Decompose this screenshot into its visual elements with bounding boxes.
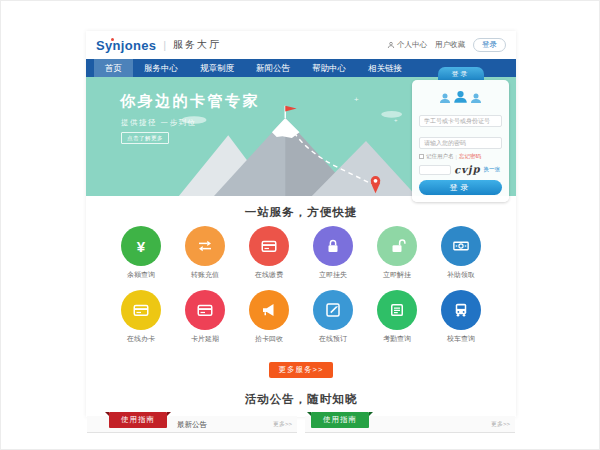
- person-icon: [387, 41, 395, 49]
- user-favorites-link[interactable]: 用户收藏: [435, 40, 465, 50]
- service-report-loss[interactable]: 立即挂失: [301, 226, 365, 280]
- service-subsidy-collection[interactable]: 补助领取: [429, 226, 493, 280]
- tab-usage-guide-right[interactable]: 使用指南: [311, 412, 369, 428]
- right-announcement-panel: 使用指南 更多>>: [305, 416, 515, 433]
- header: Synjones | 服务大厅 个人中心 用户收藏 登录: [86, 31, 516, 59]
- yen-icon: ¥: [137, 238, 145, 255]
- list-icon: [388, 301, 406, 319]
- personal-center-label: 个人中心: [397, 40, 427, 50]
- card-icon: [132, 301, 150, 319]
- nav-item-rules[interactable]: 规章制度: [189, 59, 245, 77]
- personal-center-link[interactable]: 个人中心: [387, 40, 427, 50]
- tab-latest-announcements[interactable]: 最新公告: [177, 416, 207, 433]
- megaphone-icon: [260, 301, 278, 319]
- right-more-link[interactable]: 更多>>: [491, 416, 510, 433]
- unlock-icon: [388, 237, 406, 255]
- service-online-card-application[interactable]: 在线办卡: [109, 290, 173, 344]
- screenshot-frame: Synjones | 服务大厅 个人中心 用户收藏 登录 首页 服务中心 规章制…: [0, 0, 600, 450]
- captcha-input[interactable]: [419, 165, 451, 175]
- login-panel: 登录 记住用户名 | 忘记密码 cvjp 换一张: [412, 67, 509, 202]
- service-transfer-recharge[interactable]: 转账充值: [173, 226, 237, 280]
- users-icon: [419, 87, 502, 104]
- services-title: 一站服务，方便快捷: [86, 205, 516, 220]
- service-card-extension[interactable]: 卡片延期: [173, 290, 237, 344]
- mountain-illustration: [154, 101, 426, 196]
- password-input[interactable]: [419, 137, 502, 149]
- remember-checkbox[interactable]: [419, 154, 424, 159]
- services-grid: ¥ 余额查询 转账充值 在线: [109, 226, 493, 354]
- user-favorites-label: 用户收藏: [435, 40, 465, 50]
- card-icon: [260, 237, 278, 255]
- login-options: 记住用户名 | 忘记密码: [419, 153, 502, 160]
- username-input[interactable]: [419, 115, 502, 127]
- service-lost-card-recovery[interactable]: 拾卡回收: [237, 290, 301, 344]
- announcements-title: 活动公告，随时知晓: [86, 392, 516, 407]
- service-online-booking[interactable]: 在线预订: [301, 290, 365, 344]
- options-divider: |: [456, 154, 457, 160]
- tab-usage-guide-left[interactable]: 使用指南: [109, 412, 167, 428]
- site-name: 服务大厅: [173, 38, 221, 52]
- header-login-button[interactable]: 登录: [473, 38, 506, 52]
- captcha-row: cvjp 换一张: [419, 164, 502, 175]
- service-balance-inquiry[interactable]: ¥ 余额查询: [109, 226, 173, 280]
- page: Synjones | 服务大厅 个人中心 用户收藏 登录 首页 服务中心 规章制…: [86, 31, 516, 417]
- synjones-logo[interactable]: Synjones: [96, 38, 156, 53]
- service-attendance-inquiry[interactable]: 考勤查询: [365, 290, 429, 344]
- nav-item-home[interactable]: 首页: [94, 59, 133, 77]
- card-icon: [196, 301, 214, 319]
- service-online-payment[interactable]: 在线缴费: [237, 226, 301, 280]
- forgot-password-link[interactable]: 忘记密码: [459, 153, 481, 160]
- captcha-image[interactable]: cvjp: [454, 164, 481, 176]
- announcements-panels: 使用指南 最新公告 更多>> 使用指南 更多>>: [86, 416, 516, 433]
- pin-center: [374, 179, 378, 183]
- transfer-icon: [196, 237, 214, 255]
- captcha-refresh-link[interactable]: 换一张: [484, 166, 501, 173]
- cloud-icon: [182, 116, 207, 124]
- service-cancel-loss[interactable]: 立即解挂: [365, 226, 429, 280]
- nav-item-related-links[interactable]: 相关链接: [357, 59, 413, 77]
- login-submit-button[interactable]: 登录: [419, 180, 502, 195]
- more-services-button[interactable]: 更多服务>>: [269, 362, 334, 378]
- services-section: 一站服务，方便快捷 ¥ 余额查询 转账充值: [86, 196, 516, 378]
- remember-label: 记住用户名: [426, 153, 454, 160]
- lock-icon: [324, 237, 342, 255]
- left-announcement-panel: 使用指南 最新公告 更多>>: [87, 416, 297, 433]
- nav-item-news[interactable]: 新闻公告: [245, 59, 301, 77]
- hero-banner: 你身边的卡管专家 提供捷径 一步到位 点击了解更多 + + 登录: [86, 77, 516, 196]
- nav-item-service-center[interactable]: 服务中心: [133, 59, 189, 77]
- edit-icon: [324, 301, 342, 319]
- login-tab[interactable]: 登录: [438, 67, 484, 80]
- nav-item-help-center[interactable]: 帮助中心: [301, 59, 357, 77]
- flag-icon: [285, 106, 296, 112]
- banknote-icon: [452, 237, 470, 255]
- header-links: 个人中心 用户收藏 登录: [387, 38, 506, 52]
- left-more-link[interactable]: 更多>>: [273, 416, 292, 433]
- cloud-icon: [381, 111, 402, 118]
- service-school-bus-inquiry[interactable]: 校车查询: [429, 290, 493, 344]
- header-divider: |: [163, 39, 166, 51]
- bus-icon: [452, 301, 470, 319]
